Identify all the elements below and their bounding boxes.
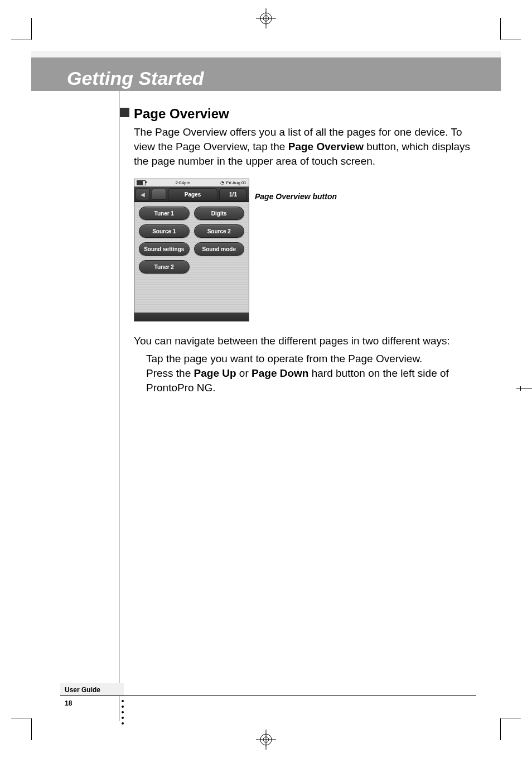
device-page-grid: Tuner 1 Digits Source 1 Source 2 Sound s… bbox=[134, 202, 249, 313]
callout: Page Overview button bbox=[249, 179, 337, 202]
crop-mark bbox=[520, 386, 521, 391]
crop-mark bbox=[500, 18, 501, 40]
registration-mark-icon bbox=[256, 730, 276, 750]
crop-mark bbox=[500, 718, 501, 740]
footer-label: User Guide bbox=[60, 683, 124, 696]
device-icon[interactable] bbox=[152, 189, 166, 200]
way-text: Press the bbox=[146, 367, 194, 379]
way-bold: Page Down bbox=[252, 367, 308, 379]
navigate-lead: You can navigate between the different p… bbox=[134, 334, 476, 348]
way-item: Tap the page you want to operate from th… bbox=[146, 352, 476, 366]
page-button[interactable]: Source 2 bbox=[194, 224, 245, 238]
footer-dots-icon bbox=[122, 700, 124, 725]
footer-rule bbox=[60, 695, 476, 696]
device-bottom-bar bbox=[134, 313, 249, 321]
column-rule bbox=[119, 91, 119, 721]
way-item: Press the Page Up or Page Down hard butt… bbox=[146, 366, 476, 395]
device-date: Fri Aug 01 bbox=[226, 180, 246, 185]
crop-mark bbox=[11, 40, 31, 40]
callout-label: Page Overview button bbox=[255, 192, 337, 202]
page-button[interactable]: Tuner 1 bbox=[139, 207, 190, 220]
chapter-band: Getting Started bbox=[31, 51, 501, 91]
device-status-bar: 2:04pm ◔Fri Aug 01 bbox=[134, 179, 249, 186]
crop-mark bbox=[31, 718, 32, 740]
section-heading: Page Overview bbox=[134, 106, 476, 122]
crop-mark bbox=[31, 18, 32, 40]
way-text: or bbox=[236, 367, 252, 379]
crop-mark bbox=[11, 718, 31, 718]
page-button[interactable]: Digits bbox=[194, 207, 245, 220]
page-overview-button[interactable]: 1/1 bbox=[219, 188, 247, 200]
crop-mark bbox=[501, 718, 521, 718]
device-screenshot: 2:04pm ◔Fri Aug 01 ◀ Pages 1/1 Tuner 1 D… bbox=[134, 179, 249, 322]
page-button[interactable]: Source 1 bbox=[139, 224, 190, 238]
navigate-ways: Tap the page you want to operate from th… bbox=[134, 352, 476, 395]
registration-mark-icon bbox=[256, 8, 276, 28]
page-button[interactable]: Sound mode bbox=[194, 242, 245, 256]
page-number: 18 bbox=[65, 699, 72, 707]
intro-paragraph: The Page Overview offers you a list of a… bbox=[134, 125, 476, 169]
crop-mark bbox=[516, 388, 532, 388]
chapter-title: Getting Started bbox=[67, 68, 204, 89]
nav-back-button[interactable]: ◀ bbox=[136, 188, 150, 200]
way-bold: Page Up bbox=[194, 367, 236, 379]
battery-icon bbox=[137, 180, 146, 185]
chevron-left-icon: ◀ bbox=[141, 191, 145, 198]
pages-tab[interactable]: Pages bbox=[168, 188, 217, 200]
device-time: 2:04pm bbox=[175, 180, 190, 185]
intro-bold: Page Overview bbox=[288, 141, 364, 152]
device-tab-bar: ◀ Pages 1/1 bbox=[134, 186, 249, 202]
page-button[interactable]: Tuner 2 bbox=[139, 260, 190, 274]
page-button[interactable]: Sound settings bbox=[139, 242, 190, 256]
section-bullet-icon bbox=[120, 108, 129, 117]
clock-icon: ◔ bbox=[220, 180, 224, 185]
crop-mark bbox=[501, 40, 521, 40]
